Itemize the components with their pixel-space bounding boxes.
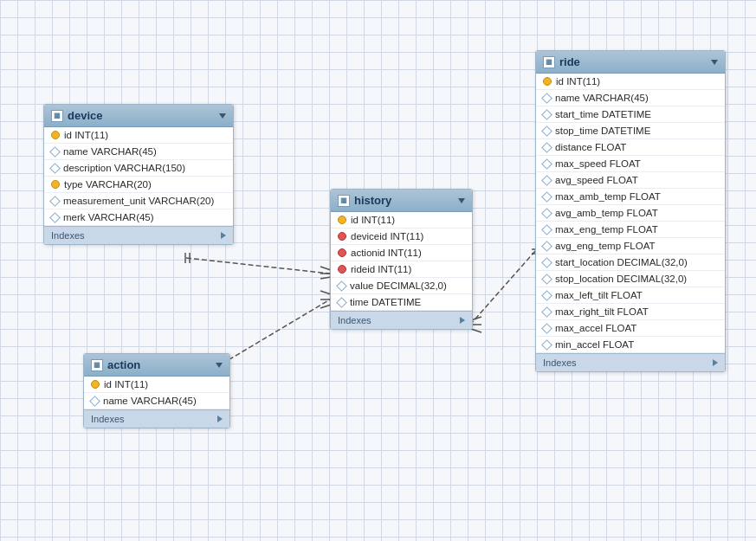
device-collapse-icon[interactable] xyxy=(219,113,226,119)
ride-field-start-loc-text: start_location DECIMAL(32,0) xyxy=(555,257,688,267)
diamond-icon xyxy=(541,306,552,318)
diamond-icon xyxy=(541,191,552,203)
svg-line-0 xyxy=(186,258,330,274)
ride-field-max-amb-temp-text: max_amb_temp FLOAT xyxy=(555,191,661,202)
ride-field-min-accel: min_accel FLOAT xyxy=(536,337,725,353)
history-indexes-label: Indexes xyxy=(338,315,372,325)
ride-indexes-icon xyxy=(713,359,718,366)
ride-field-avg-speed-text: avg_speed FLOAT xyxy=(555,175,638,185)
diamond-icon xyxy=(541,339,552,351)
diamond-icon xyxy=(541,241,552,252)
history-table: ▦ history id INT(11) deviceid INT(11) ac… xyxy=(330,189,473,330)
diamond-icon xyxy=(49,196,61,207)
device-field-merk-text: merk VARCHAR(45) xyxy=(63,212,154,222)
ride-field-avg-eng-temp: avg_eng_temp FLOAT xyxy=(536,238,725,254)
ride-field-name-text: name VARCHAR(45) xyxy=(555,93,649,103)
ride-table-icon: ▦ xyxy=(543,56,555,68)
diamond-icon xyxy=(541,274,552,285)
ride-indexes-label: Indexes xyxy=(543,357,577,368)
history-field-rideid-text: rideid INT(11) xyxy=(351,264,411,274)
ride-field-max-accel-text: max_accel FLOAT xyxy=(555,323,636,333)
diamond-icon xyxy=(541,142,552,153)
action-field-id-text: id INT(11) xyxy=(104,379,148,390)
device-field-name-text: name VARCHAR(45) xyxy=(63,146,157,157)
device-indexes-icon xyxy=(221,232,226,239)
device-indexes[interactable]: Indexes xyxy=(44,226,233,244)
ride-field-avg-speed: avg_speed FLOAT xyxy=(536,172,725,189)
ride-indexes[interactable]: Indexes xyxy=(536,353,725,371)
history-field-value-text: value DECIMAL(32,0) xyxy=(350,280,447,291)
device-table-icon: ▦ xyxy=(51,110,63,122)
diamond-icon xyxy=(541,257,552,268)
pk-icon xyxy=(51,180,60,189)
device-table-name: device xyxy=(68,109,102,122)
ride-table: ▦ ride id INT(11) name VARCHAR(45) start… xyxy=(535,50,726,372)
action-collapse-icon[interactable] xyxy=(216,363,223,368)
device-table-header: ▦ device xyxy=(44,105,233,127)
action-indexes-icon xyxy=(217,415,223,422)
history-indexes[interactable]: Indexes xyxy=(331,311,472,329)
svg-line-12 xyxy=(470,251,535,325)
device-field-id-text: id INT(11) xyxy=(64,130,108,140)
history-field-value: value DECIMAL(32,0) xyxy=(331,278,472,294)
ride-field-avg-eng-temp-text: avg_eng_temp FLOAT xyxy=(555,241,656,251)
ride-field-stop-time: stop_time DATETIME xyxy=(536,123,725,139)
action-field-name: name VARCHAR(45) xyxy=(84,393,229,409)
fk-icon xyxy=(338,265,346,274)
pk-icon xyxy=(91,380,100,389)
ride-field-id: id INT(11) xyxy=(536,74,725,90)
history-field-deviceid: deviceid INT(11) xyxy=(331,229,472,245)
ride-field-avg-amb-temp: avg_amb_temp FLOAT xyxy=(536,205,725,222)
diamond-icon xyxy=(49,212,61,223)
history-field-deviceid-text: deviceid INT(11) xyxy=(351,231,423,242)
history-table-icon: ▦ xyxy=(338,195,350,207)
pk-icon xyxy=(338,216,346,224)
ride-field-distance-text: distance FLOAT xyxy=(555,142,626,152)
ride-field-max-amb-temp: max_amb_temp FLOAT xyxy=(536,189,725,205)
diamond-icon xyxy=(49,146,61,158)
action-indexes[interactable]: Indexes xyxy=(84,409,229,428)
device-field-type-text: type VARCHAR(20) xyxy=(64,179,152,190)
history-field-id: id INT(11) xyxy=(331,212,472,229)
device-field-id: id INT(11) xyxy=(44,127,233,144)
ride-field-start-location: start_location DECIMAL(32,0) xyxy=(536,254,725,271)
diamond-icon xyxy=(89,396,100,407)
diamond-icon xyxy=(541,224,552,235)
fk-icon xyxy=(338,232,346,241)
history-indexes-icon xyxy=(460,317,465,324)
action-table-name: action xyxy=(107,358,140,371)
diamond-icon xyxy=(336,280,347,292)
diamond-icon xyxy=(541,158,552,170)
ride-field-max-speed: max_speed FLOAT xyxy=(536,156,725,172)
device-field-merk: merk VARCHAR(45) xyxy=(44,209,233,226)
ride-field-id-text: id INT(11) xyxy=(556,76,600,87)
diamond-icon xyxy=(541,323,552,334)
device-field-description: description VARCHAR(150) xyxy=(44,160,233,177)
ride-field-min-accel-text: min_accel FLOAT xyxy=(555,339,634,350)
history-field-rideid: rideid INT(11) xyxy=(331,261,472,278)
history-field-time-text: time DATETIME xyxy=(350,297,421,307)
action-indexes-label: Indexes xyxy=(91,414,125,424)
ride-field-max-accel: max_accel FLOAT xyxy=(536,320,725,337)
device-table: ▦ device id INT(11) name VARCHAR(45) des… xyxy=(43,104,234,245)
pk-icon xyxy=(51,131,60,139)
diamond-icon xyxy=(49,163,61,174)
ride-field-stop-loc-text: stop_location DECIMAL(32,0) xyxy=(555,274,687,284)
history-field-actionid-text: actionid INT(11) xyxy=(351,248,422,258)
diamond-icon xyxy=(541,109,552,120)
history-field-id-text: id INT(11) xyxy=(351,215,395,225)
ride-field-name: name VARCHAR(45) xyxy=(536,90,725,106)
ride-field-max-right-tilt: max_right_tilt FLOAT xyxy=(536,304,725,320)
ride-field-start-time-text: start_time DATETIME xyxy=(555,109,651,119)
ride-collapse-icon[interactable] xyxy=(711,60,718,65)
ride-field-stop-location: stop_location DECIMAL(32,0) xyxy=(536,271,725,287)
action-table-icon: ▦ xyxy=(91,359,103,371)
device-field-name: name VARCHAR(45) xyxy=(44,144,233,160)
ride-field-max-eng-temp-text: max_eng_temp FLOAT xyxy=(555,224,658,235)
ride-field-max-left-tilt-text: max_left_tilt FLOAT xyxy=(555,290,643,300)
diamond-icon xyxy=(336,297,347,308)
fk-icon xyxy=(338,248,346,257)
history-field-actionid: actionid INT(11) xyxy=(331,245,472,261)
history-collapse-icon[interactable] xyxy=(458,198,465,203)
history-table-header: ▦ history xyxy=(331,190,472,212)
